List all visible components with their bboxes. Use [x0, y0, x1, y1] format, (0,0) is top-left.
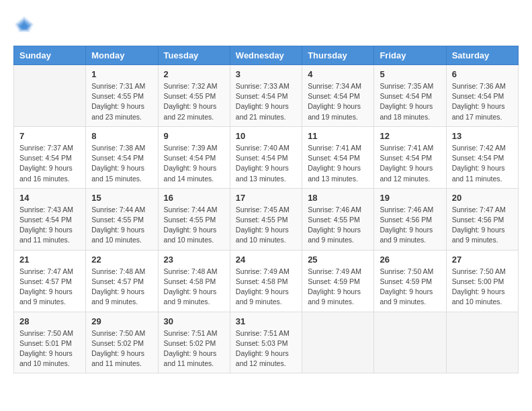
calendar-cell: 15Sunrise: 7:44 AMSunset: 4:55 PMDayligh… — [86, 188, 158, 250]
day-number: 3 — [236, 69, 296, 79]
calendar-header-sunday: Sunday — [14, 46, 86, 65]
day-info: Sunrise: 7:49 AMSunset: 4:58 PMDaylight:… — [236, 267, 296, 308]
calendar-cell: 12Sunrise: 7:41 AMSunset: 4:54 PMDayligh… — [374, 126, 446, 188]
day-info: Sunrise: 7:42 AMSunset: 4:54 PMDaylight:… — [452, 143, 513, 184]
day-number: 7 — [19, 131, 80, 141]
day-info: Sunrise: 7:45 AMSunset: 4:55 PMDaylight:… — [236, 205, 296, 246]
calendar-cell — [14, 65, 86, 127]
calendar-cell: 27Sunrise: 7:50 AMSunset: 5:00 PMDayligh… — [446, 250, 518, 312]
calendar-week-row: 21Sunrise: 7:47 AMSunset: 4:57 PMDayligh… — [14, 250, 519, 312]
day-number: 15 — [91, 193, 152, 203]
day-info: Sunrise: 7:48 AMSunset: 4:57 PMDaylight:… — [91, 267, 152, 308]
calendar-cell — [446, 312, 518, 373]
day-number: 28 — [19, 316, 80, 326]
calendar-week-row: 28Sunrise: 7:50 AMSunset: 5:01 PMDayligh… — [14, 312, 519, 373]
calendar-header-thursday: Thursday — [302, 46, 374, 65]
day-info: Sunrise: 7:39 AMSunset: 4:54 PMDaylight:… — [164, 143, 224, 184]
calendar-cell: 6Sunrise: 7:36 AMSunset: 4:54 PMDaylight… — [446, 65, 518, 127]
page-header — [13, 13, 519, 35]
day-number: 20 — [452, 193, 513, 203]
calendar-cell: 10Sunrise: 7:40 AMSunset: 4:54 PMDayligh… — [230, 126, 302, 188]
day-info: Sunrise: 7:50 AMSunset: 5:01 PMDaylight:… — [19, 328, 80, 369]
calendar-week-row: 14Sunrise: 7:43 AMSunset: 4:54 PMDayligh… — [14, 188, 519, 250]
calendar-cell: 22Sunrise: 7:48 AMSunset: 4:57 PMDayligh… — [86, 250, 158, 312]
calendar-cell: 18Sunrise: 7:46 AMSunset: 4:55 PMDayligh… — [302, 188, 374, 250]
day-number: 18 — [308, 193, 368, 203]
calendar-cell: 30Sunrise: 7:51 AMSunset: 5:02 PMDayligh… — [158, 312, 230, 373]
calendar-table: SundayMondayTuesdayWednesdayThursdayFrid… — [13, 46, 519, 373]
calendar-cell: 8Sunrise: 7:38 AMSunset: 4:54 PMDaylight… — [86, 126, 158, 188]
day-number: 31 — [236, 316, 296, 326]
day-number: 14 — [19, 193, 80, 203]
day-number: 27 — [452, 255, 513, 265]
day-number: 11 — [308, 131, 368, 141]
day-number: 9 — [164, 131, 224, 141]
day-number: 21 — [19, 255, 80, 265]
day-info: Sunrise: 7:40 AMSunset: 4:54 PMDaylight:… — [236, 143, 296, 184]
day-info: Sunrise: 7:49 AMSunset: 4:59 PMDaylight:… — [308, 267, 368, 308]
calendar-cell: 4Sunrise: 7:34 AMSunset: 4:54 PMDaylight… — [302, 65, 374, 127]
calendar-cell: 7Sunrise: 7:37 AMSunset: 4:54 PMDaylight… — [14, 126, 86, 188]
calendar-cell: 21Sunrise: 7:47 AMSunset: 4:57 PMDayligh… — [14, 250, 86, 312]
calendar-cell: 9Sunrise: 7:39 AMSunset: 4:54 PMDaylight… — [158, 126, 230, 188]
calendar-header-wednesday: Wednesday — [230, 46, 302, 65]
day-info: Sunrise: 7:38 AMSunset: 4:54 PMDaylight:… — [91, 143, 152, 184]
day-number: 25 — [308, 255, 368, 265]
day-number: 2 — [164, 69, 224, 79]
day-number: 30 — [164, 316, 224, 326]
day-info: Sunrise: 7:50 AMSunset: 4:59 PMDaylight:… — [380, 267, 440, 308]
day-number: 8 — [91, 131, 152, 141]
day-info: Sunrise: 7:44 AMSunset: 4:55 PMDaylight:… — [164, 205, 224, 246]
day-info: Sunrise: 7:43 AMSunset: 4:54 PMDaylight:… — [19, 205, 80, 246]
calendar-week-row: 7Sunrise: 7:37 AMSunset: 4:54 PMDaylight… — [14, 126, 519, 188]
calendar-cell: 14Sunrise: 7:43 AMSunset: 4:54 PMDayligh… — [14, 188, 86, 250]
day-info: Sunrise: 7:36 AMSunset: 4:54 PMDaylight:… — [452, 81, 513, 122]
calendar-header-friday: Friday — [374, 46, 446, 65]
calendar-cell: 29Sunrise: 7:50 AMSunset: 5:02 PMDayligh… — [86, 312, 158, 373]
day-info: Sunrise: 7:51 AMSunset: 5:03 PMDaylight:… — [236, 328, 296, 369]
day-info: Sunrise: 7:46 AMSunset: 4:55 PMDaylight:… — [308, 205, 368, 246]
day-number: 6 — [452, 69, 513, 79]
calendar-cell: 25Sunrise: 7:49 AMSunset: 4:59 PMDayligh… — [302, 250, 374, 312]
day-info: Sunrise: 7:51 AMSunset: 5:02 PMDaylight:… — [164, 328, 224, 369]
day-info: Sunrise: 7:47 AMSunset: 4:57 PMDaylight:… — [19, 267, 80, 308]
day-number: 5 — [380, 69, 440, 79]
calendar-cell: 20Sunrise: 7:47 AMSunset: 4:56 PMDayligh… — [446, 188, 518, 250]
day-number: 26 — [380, 255, 440, 265]
day-info: Sunrise: 7:41 AMSunset: 4:54 PMDaylight:… — [308, 143, 368, 184]
day-number: 1 — [91, 69, 152, 79]
day-info: Sunrise: 7:44 AMSunset: 4:55 PMDaylight:… — [91, 205, 152, 246]
day-info: Sunrise: 7:41 AMSunset: 4:54 PMDaylight:… — [380, 143, 440, 184]
calendar-header-monday: Monday — [86, 46, 158, 65]
day-info: Sunrise: 7:34 AMSunset: 4:54 PMDaylight:… — [308, 81, 368, 122]
calendar-cell: 24Sunrise: 7:49 AMSunset: 4:58 PMDayligh… — [230, 250, 302, 312]
calendar-cell: 1Sunrise: 7:31 AMSunset: 4:55 PMDaylight… — [86, 65, 158, 127]
day-number: 13 — [452, 131, 513, 141]
calendar-header-tuesday: Tuesday — [158, 46, 230, 65]
calendar-cell: 11Sunrise: 7:41 AMSunset: 4:54 PMDayligh… — [302, 126, 374, 188]
day-number: 24 — [236, 255, 296, 265]
day-info: Sunrise: 7:31 AMSunset: 4:55 PMDaylight:… — [91, 81, 152, 122]
calendar-cell: 28Sunrise: 7:50 AMSunset: 5:01 PMDayligh… — [14, 312, 86, 373]
calendar-cell: 16Sunrise: 7:44 AMSunset: 4:55 PMDayligh… — [158, 188, 230, 250]
logo-icon — [13, 13, 35, 35]
day-info: Sunrise: 7:46 AMSunset: 4:56 PMDaylight:… — [380, 205, 440, 246]
day-number: 10 — [236, 131, 296, 141]
calendar-cell — [374, 312, 446, 373]
logo — [13, 13, 38, 35]
calendar-cell: 13Sunrise: 7:42 AMSunset: 4:54 PMDayligh… — [446, 126, 518, 188]
calendar-cell: 3Sunrise: 7:33 AMSunset: 4:54 PMDaylight… — [230, 65, 302, 127]
day-info: Sunrise: 7:50 AMSunset: 5:00 PMDaylight:… — [452, 267, 513, 308]
calendar-cell: 5Sunrise: 7:35 AMSunset: 4:54 PMDaylight… — [374, 65, 446, 127]
day-number: 23 — [164, 255, 224, 265]
day-info: Sunrise: 7:32 AMSunset: 4:55 PMDaylight:… — [164, 81, 224, 122]
day-number: 22 — [91, 255, 152, 265]
calendar-cell — [302, 312, 374, 373]
day-info: Sunrise: 7:50 AMSunset: 5:02 PMDaylight:… — [91, 328, 152, 369]
day-info: Sunrise: 7:47 AMSunset: 4:56 PMDaylight:… — [452, 205, 513, 246]
calendar-week-row: 1Sunrise: 7:31 AMSunset: 4:55 PMDaylight… — [14, 65, 519, 127]
calendar-cell: 17Sunrise: 7:45 AMSunset: 4:55 PMDayligh… — [230, 188, 302, 250]
day-info: Sunrise: 7:35 AMSunset: 4:54 PMDaylight:… — [380, 81, 440, 122]
day-number: 4 — [308, 69, 368, 79]
day-info: Sunrise: 7:37 AMSunset: 4:54 PMDaylight:… — [19, 143, 80, 184]
